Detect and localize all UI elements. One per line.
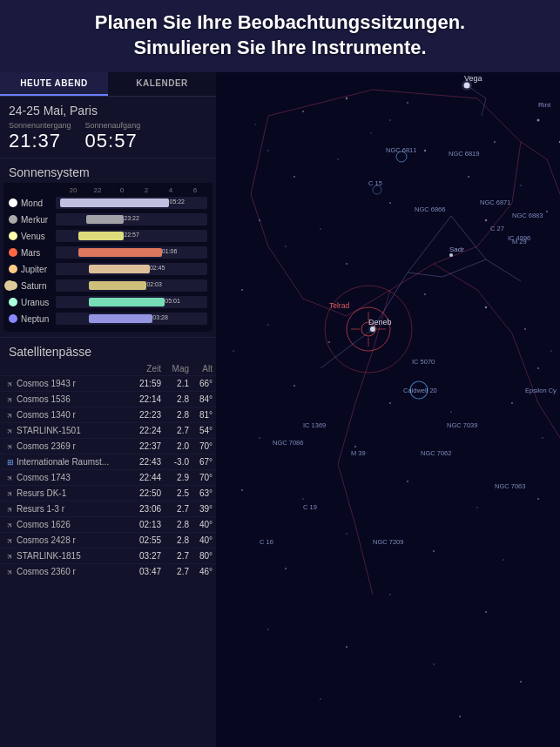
svg-line-7 bbox=[442, 259, 486, 277]
planet-icon-jupiter bbox=[9, 265, 17, 273]
satellite-section: Satellitenpässe Zeit Mag Alt ✈Cosmos 194… bbox=[0, 338, 216, 582]
timeline-hour-labels: 20 22 0 2 4 6 bbox=[9, 186, 207, 194]
svg-text:IC 4996: IC 4996 bbox=[508, 234, 530, 242]
planet-bar-mars bbox=[78, 248, 162, 257]
svg-point-45 bbox=[542, 437, 543, 439]
satellite-time: 22:44 bbox=[132, 470, 165, 486]
svg-point-65 bbox=[254, 124, 255, 124]
svg-point-35 bbox=[524, 328, 526, 330]
planet-name-neptun: Neptun bbox=[9, 314, 56, 324]
planet-icon-saturn bbox=[9, 281, 17, 290]
svg-text:NGC 7086: NGC 7086 bbox=[273, 439, 303, 447]
svg-text:C 15: C 15 bbox=[368, 179, 382, 187]
planet-name-saturn: Saturn bbox=[9, 281, 56, 291]
satellite-title: Satellitenpässe bbox=[0, 345, 216, 359]
satellite-row[interactable]: ✈Cosmos 1340 r22:232.881° bbox=[0, 407, 216, 423]
svg-point-30 bbox=[259, 219, 260, 221]
star-map[interactable]: Vega Rint NGC 6811 NGC 6819 C 15 NGC 686… bbox=[216, 72, 560, 747]
svg-point-56 bbox=[285, 568, 287, 569]
sun-times: Sonnenuntergang 21:37 Sonnenaufgang 05:5… bbox=[9, 121, 207, 152]
satellite-icon: ✈ bbox=[5, 503, 17, 515]
planet-row-neptun: Neptun03:28 bbox=[9, 312, 207, 326]
solar-system-title: Sonnensystem bbox=[0, 165, 216, 179]
satellite-mag: 2.8 bbox=[165, 407, 192, 423]
satellite-row[interactable]: ✈Cosmos 2428 r02:552.840° bbox=[0, 533, 216, 548]
satellite-name: ✈Resurs DK-1 bbox=[0, 486, 132, 501]
svg-point-23 bbox=[424, 150, 426, 151]
sunrise-label: Sonnenaufgang bbox=[85, 121, 141, 130]
satellite-row[interactable]: ✈STARLINK-181503:272.780° bbox=[0, 548, 216, 564]
planet-row-mond: Mond05:22 bbox=[9, 196, 207, 210]
svg-point-41 bbox=[293, 385, 295, 387]
svg-point-32 bbox=[346, 263, 347, 265]
satellite-alt: 70° bbox=[192, 470, 216, 486]
svg-point-36 bbox=[550, 350, 552, 352]
satellite-row[interactable]: ✈Cosmos 162602:132.840° bbox=[0, 517, 216, 533]
svg-point-20 bbox=[267, 150, 269, 151]
date-label: 24-25 Mai, Paris bbox=[9, 104, 207, 118]
satellite-alt: 80° bbox=[192, 548, 216, 564]
planet-bar-venus bbox=[78, 232, 124, 240]
sunrise-item: Sonnenaufgang 05:57 bbox=[85, 121, 141, 152]
satellite-alt: 40° bbox=[192, 517, 216, 533]
hour-6: 6 bbox=[183, 186, 207, 194]
satellite-name: ✈Cosmos 2369 r bbox=[0, 439, 132, 454]
svg-point-24 bbox=[468, 176, 469, 178]
svg-text:NGC 7063: NGC 7063 bbox=[495, 482, 525, 490]
svg-text:Rint: Rint bbox=[538, 101, 551, 109]
satellite-icon: ✈ bbox=[5, 378, 17, 389]
tab-kalender[interactable]: KALENDER bbox=[108, 72, 216, 96]
svg-text:Deneb: Deneb bbox=[368, 318, 392, 326]
svg-line-2 bbox=[373, 273, 408, 329]
svg-point-31 bbox=[285, 246, 287, 247]
svg-point-51 bbox=[476, 507, 478, 508]
svg-text:IC 5070: IC 5070 bbox=[412, 358, 435, 366]
planet-time-jupiter: 02:45 bbox=[150, 265, 165, 271]
satellite-row[interactable]: ✈Cosmos 2360 r03:472.746° bbox=[0, 564, 216, 580]
timeline-container: 20 22 0 2 4 6 Mond05:22Merkur23:22Venus2… bbox=[3, 183, 213, 332]
satellite-alt: 46° bbox=[192, 564, 216, 580]
satellite-alt: 81° bbox=[192, 407, 216, 423]
satellite-time: 22:43 bbox=[132, 454, 165, 470]
satellite-alt: 84° bbox=[192, 392, 216, 407]
header-title: Planen Sie Ihre Beobachtungssitzungen. S… bbox=[17, 10, 543, 60]
hour-0: 0 bbox=[110, 186, 134, 194]
satellite-row[interactable]: ✈Cosmos 1943 r21:592.166° bbox=[0, 376, 216, 392]
svg-point-19 bbox=[537, 119, 540, 122]
planet-icon-mond bbox=[9, 199, 17, 207]
tab-heute-abend[interactable]: HEUTE ABEND bbox=[0, 72, 108, 96]
satellite-name: ✈Cosmos 1536 bbox=[0, 392, 132, 407]
svg-point-67 bbox=[407, 102, 408, 104]
svg-point-48 bbox=[241, 489, 243, 491]
svg-point-28 bbox=[389, 202, 391, 204]
satellite-row[interactable]: ✈Cosmos 153622:142.884° bbox=[0, 392, 216, 407]
svg-text:NGC 6883: NGC 6883 bbox=[512, 212, 543, 219]
svg-point-34 bbox=[485, 306, 487, 308]
planet-name-venus: Venus bbox=[9, 232, 56, 241]
svg-text:M 39: M 39 bbox=[351, 449, 366, 457]
satellite-table-header: Zeit Mag Alt bbox=[0, 362, 216, 376]
satellite-row[interactable]: ⊞Internationale Raumst...22:43-3.067° bbox=[0, 454, 216, 470]
svg-text:Caldwell 20: Caldwell 20 bbox=[403, 387, 437, 394]
satellite-row[interactable]: ✈Resurs 1-3 r23:062.739° bbox=[0, 501, 216, 517]
planet-time-neptun: 03:28 bbox=[152, 314, 168, 320]
svg-point-29 bbox=[320, 228, 321, 230]
svg-line-1 bbox=[408, 216, 451, 273]
svg-point-33 bbox=[424, 293, 426, 295]
satellite-time: 22:37 bbox=[132, 439, 165, 454]
planet-bar-merkur bbox=[86, 215, 125, 224]
svg-point-11 bbox=[462, 80, 472, 91]
svg-point-43 bbox=[450, 411, 452, 413]
satellite-name: ✈Resurs 1-3 r bbox=[0, 501, 132, 516]
satellite-row[interactable]: ✈Cosmos 174322:442.970° bbox=[0, 470, 216, 486]
planet-name-uranus: Uranus bbox=[9, 298, 56, 307]
satellite-row[interactable]: ✈Cosmos 2369 r22:372.070° bbox=[0, 439, 216, 454]
satellite-icon: ✈ bbox=[5, 488, 17, 499]
satellite-row[interactable]: ✈STARLINK-150122:242.754° bbox=[0, 423, 216, 439]
hour-2: 2 bbox=[134, 186, 159, 194]
planet-chart-neptun: 03:28 bbox=[56, 313, 207, 325]
satellite-row[interactable]: ✈Resurs DK-122:502.563° bbox=[0, 486, 216, 501]
svg-point-15 bbox=[302, 111, 304, 112]
svg-point-64 bbox=[459, 716, 461, 717]
planet-time-venus: 22:57 bbox=[124, 232, 139, 238]
